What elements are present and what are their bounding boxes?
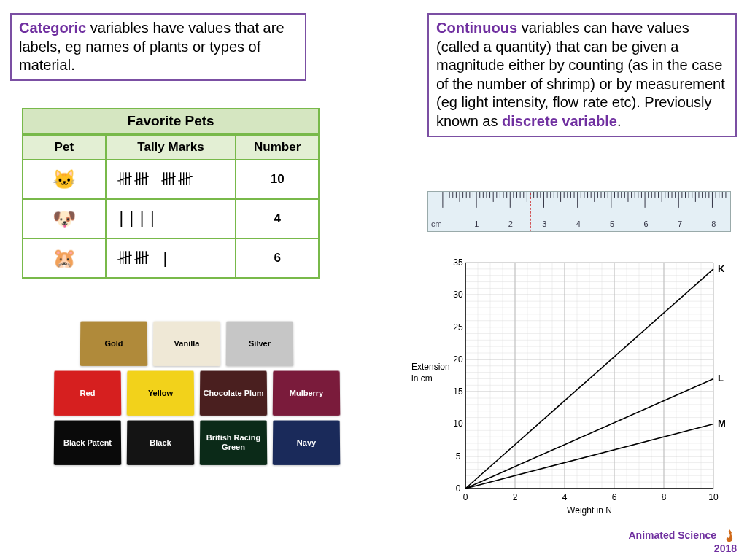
swatch: Navy (273, 421, 341, 465)
ruler-number: 7 (678, 219, 682, 228)
footer-credit: Animated Science 2018 (629, 529, 738, 554)
svg-text:in cm: in cm (411, 373, 433, 384)
svg-text:0: 0 (456, 483, 461, 494)
swatch-row: Black PatentBlackBritish Racing GreenNav… (54, 420, 346, 465)
swatch: Gold (80, 322, 148, 366)
svg-text:5: 5 (456, 451, 461, 462)
swatch: Vanilla (153, 322, 221, 366)
footer-line1: Animated Science (629, 529, 717, 540)
swatch: Mulberry (273, 371, 341, 416)
continuous-keyword: Continuous (436, 20, 517, 36)
footer-line2: 2018 (714, 542, 737, 554)
swatch: Yellow (127, 371, 195, 416)
categoric-keyword: Categoric (19, 20, 86, 36)
dog-icon: 🐶 (53, 208, 76, 230)
tally-cell: |||| (106, 199, 236, 238)
ruler-number: 5 (610, 219, 614, 228)
ruler-number: 3 (542, 219, 546, 228)
ruler-number: 8 (711, 219, 716, 228)
svg-text:M: M (718, 418, 726, 429)
svg-text:6: 6 (612, 492, 617, 502)
svg-text:15: 15 (453, 386, 463, 397)
fabric-swatches: GoldVanillaSilver RedYellowChocolate Plu… (54, 321, 346, 470)
svg-text:4: 4 (562, 492, 568, 502)
svg-text:10: 10 (708, 492, 719, 502)
swatch: Silver (226, 322, 294, 366)
table-row: 🐱 𝍸𝍸 𝍸𝍸 10 (23, 160, 319, 199)
number-cell: 10 (236, 160, 319, 199)
ruler-number: 4 (576, 219, 581, 228)
discrete-keyword: discrete variable (502, 113, 617, 129)
swatch-row: GoldVanillaSilver (80, 321, 346, 366)
swatch: Black Patent (54, 421, 122, 465)
extension-weight-chart: 024681005101520253035Weight in NExtensio… (400, 248, 735, 518)
number-cell: 6 (236, 238, 319, 278)
cat-icon: 🐱 (53, 168, 76, 190)
number-cell: 4 (236, 199, 319, 238)
svg-text:8: 8 (662, 492, 667, 502)
swatch: Black (127, 421, 195, 465)
svg-text:20: 20 (453, 354, 463, 365)
favorite-pets-table: Favorite Pets Pet Tally Marks Number 🐱 𝍸… (22, 108, 320, 279)
continuous-definition-box: Continuous variables can have values (ca… (427, 13, 737, 137)
chart-svg: 024681005101520253035Weight in NExtensio… (400, 248, 735, 518)
svg-text:L: L (718, 373, 724, 384)
pets-table-title: Favorite Pets (22, 108, 320, 134)
svg-text:Extension: Extension (411, 362, 450, 372)
svg-text:10: 10 (453, 419, 463, 429)
svg-text:K: K (718, 263, 725, 274)
flame-icon (722, 529, 737, 543)
svg-text:30: 30 (453, 289, 463, 300)
pets-header-pet: Pet (23, 135, 106, 160)
svg-text:25: 25 (453, 322, 463, 332)
svg-text:Weight in N: Weight in N (567, 505, 612, 516)
ruler-number: 2 (508, 219, 513, 228)
swatch: Chocolate Plum (200, 371, 268, 416)
svg-text:0: 0 (463, 492, 468, 502)
continuous-tail: . (617, 113, 622, 129)
pets-header-tally: Tally Marks (106, 135, 236, 160)
swatch-row: RedYellowChocolate PlumMulberry (54, 370, 346, 416)
svg-text:35: 35 (453, 257, 463, 268)
ruler-number: 6 (644, 219, 649, 228)
tally-cell: 𝍸𝍸 | (106, 238, 236, 278)
swatch: British Racing Green (200, 421, 268, 465)
tally-cell: 𝍸𝍸 𝍸𝍸 (106, 160, 236, 199)
table-row: 🐶 |||| 4 (23, 199, 319, 238)
hamster-icon: 🐹 (53, 247, 76, 269)
table-row: 🐹 𝍸𝍸 | 6 (23, 238, 319, 278)
ruler-graphic: cm 12345678 (427, 191, 731, 232)
categoric-definition-box: Categoric variables have values that are… (10, 13, 306, 81)
pets-tbody: 🐱 𝍸𝍸 𝍸𝍸 10 🐶 |||| 4 🐹 𝍸𝍸 | 6 (23, 160, 319, 278)
ruler-number: 1 (474, 219, 479, 228)
svg-text:2: 2 (513, 492, 518, 502)
swatch: Red (54, 371, 122, 416)
pets-header-number: Number (236, 135, 319, 160)
